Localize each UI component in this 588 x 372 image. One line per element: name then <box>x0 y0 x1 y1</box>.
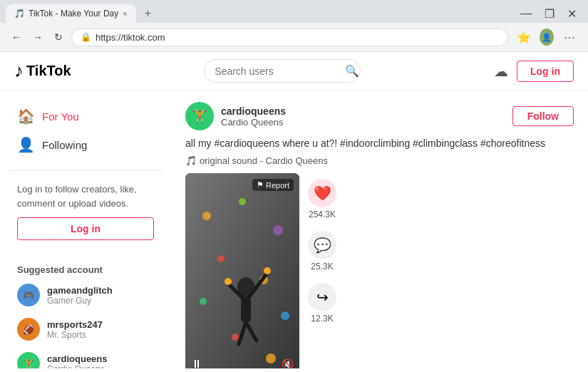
account-username: cardioqueens <box>47 353 154 364</box>
account-info: cardioqueens Cardio Queens <box>47 353 154 369</box>
tab-close-button[interactable]: × <box>123 9 127 18</box>
window-controls: — ❐ ✕ <box>515 6 582 22</box>
svg-point-17 <box>225 278 232 285</box>
tiktok-main: 🏠 For You 👤 Following Log in to follow c… <box>0 91 588 368</box>
suggested-account-item[interactable]: 🎮 gameandglitch Gamer Guy <box>9 278 163 312</box>
account-display-name: Gamer Guy <box>47 296 154 306</box>
follow-button-1[interactable]: Follow <box>512 106 574 126</box>
pause-button-1[interactable]: ⏸ <box>191 358 202 368</box>
back-button[interactable]: ← <box>9 29 24 46</box>
maximize-button[interactable]: ❐ <box>539 6 560 22</box>
account-display-name: Cardio Queens <box>47 364 154 369</box>
tiktok-app: ♪ TikTok 🔍 ☁ Log in 🏠 For You 👤 <box>0 52 588 368</box>
following-icon: 👤 <box>17 136 35 153</box>
profile-button[interactable]: 👤 <box>537 27 557 47</box>
suggested-accounts-title: Suggested account <box>9 262 163 278</box>
account-username: gameandglitch <box>47 285 154 296</box>
report-label: Report <box>266 181 289 190</box>
tab-bar: 🎵 TikTok - Make Your Day × + — ❐ ✕ <box>0 0 588 23</box>
share-button-1[interactable]: ↪ 12.3K <box>308 283 336 324</box>
svg-point-5 <box>217 255 225 262</box>
browser-tab[interactable]: 🎵 TikTok - Make Your Day × <box>6 4 136 23</box>
login-prompt-text: Log in to follow creators, like, comment… <box>17 184 137 209</box>
home-icon: 🏠 <box>17 108 35 125</box>
extensions-button[interactable]: ⭐ <box>514 27 534 47</box>
refresh-button[interactable]: ↻ <box>51 29 66 46</box>
sidebar-item-for-you[interactable]: 🏠 For You <box>9 102 163 130</box>
search-input[interactable] <box>215 66 339 77</box>
account-info: mrsports247 Mr. Sports <box>47 319 154 340</box>
header-login-button[interactable]: Log in <box>517 61 574 82</box>
browser-toolbar: ← → ↻ 🔒 ⭐ 👤 ⋯ <box>0 23 588 51</box>
tab-favicon: 🎵 <box>14 9 24 19</box>
upload-icon[interactable]: ☁ <box>494 63 508 80</box>
post-description-1: all my #cardioqueens where u at?! #indoo… <box>185 136 574 151</box>
post-avatar-1[interactable]: 🏋 <box>185 102 214 130</box>
volume-button-1[interactable]: 🔇 <box>282 358 294 368</box>
report-badge[interactable]: ⚑ Report <box>252 179 294 191</box>
tab-title: TikTok - Make Your Day <box>29 9 118 19</box>
post-left-1: 🏋 cardioqueens Cardio Queens Follow all … <box>185 102 574 368</box>
search-icon: 🔍 <box>345 64 359 78</box>
for-you-label: For You <box>42 110 79 123</box>
suggested-account-item[interactable]: 🏈 mrsports247 Mr. Sports <box>9 312 163 346</box>
logo-icon: ♪ <box>14 60 24 82</box>
share-count-1: 12.3K <box>311 314 333 324</box>
heart-icon-1: ❤️ <box>308 179 336 207</box>
video-thumbnail-1 <box>185 173 299 368</box>
post-user-info-1: cardioqueens Cardio Queens <box>221 105 505 128</box>
forward-button[interactable]: → <box>30 29 46 46</box>
video-actions-1: ❤️ 254.3K 💬 25.3K ↪ 12.3K <box>308 173 336 368</box>
header-actions: ☁ Log in <box>494 61 574 82</box>
comment-icon-1: 💬 <box>308 231 336 259</box>
account-info: gameandglitch Gamer Guy <box>47 285 154 306</box>
search-box[interactable]: 🔍 <box>204 59 361 83</box>
svg-point-18 <box>264 267 271 274</box>
svg-point-9 <box>232 334 239 341</box>
sidebar-login-button[interactable]: Log in <box>17 217 154 240</box>
address-bar[interactable]: 🔒 <box>71 29 508 46</box>
comment-button-1[interactable]: 💬 25.3K <box>308 231 336 272</box>
tiktok-header: ♪ TikTok 🔍 ☁ Log in <box>0 52 588 91</box>
lock-icon: 🔒 <box>81 32 91 42</box>
logo-text: TikTok <box>26 63 71 79</box>
climbing-video-svg <box>185 173 299 368</box>
share-icon-1: ↪ <box>308 283 336 311</box>
account-display-name: Mr. Sports <box>47 330 154 340</box>
video-area-1: ⚑ Report ⏸ 🔇 ❤️ 254.3K <box>185 173 574 368</box>
minimize-button[interactable]: — <box>515 6 537 21</box>
video-container-1[interactable]: ⚑ Report ⏸ 🔇 <box>185 173 299 368</box>
flag-icon: ⚑ <box>257 180 264 190</box>
following-label: Following <box>42 139 87 151</box>
browser-profile-avatar: 👤 <box>540 29 554 46</box>
svg-point-3 <box>239 198 246 205</box>
sound-name-1: original sound - Cardio Queens <box>200 155 328 166</box>
account-avatar: 🏋 <box>17 352 40 368</box>
account-avatar: 🏈 <box>17 318 40 341</box>
menu-button[interactable]: ⋯ <box>559 27 579 47</box>
comment-count-1: 25.3K <box>311 262 333 272</box>
browser-chrome: 🎵 TikTok - Make Your Day × + — ❐ ✕ ← → ↻… <box>0 0 588 52</box>
search-container: 🔍 <box>83 59 483 83</box>
login-prompt: Log in to follow creators, like, comment… <box>9 177 163 253</box>
video-post-1: 🏋 cardioqueens Cardio Queens Follow all … <box>185 102 574 368</box>
suggested-account-item[interactable]: 🏋 cardioqueens Cardio Queens <box>9 346 163 368</box>
svg-point-8 <box>281 311 289 320</box>
svg-point-7 <box>200 298 207 305</box>
svg-point-2 <box>202 212 211 220</box>
sidebar-nav: 🏠 For You 👤 Following <box>9 102 163 159</box>
sidebar-item-following[interactable]: 👤 Following <box>9 130 163 159</box>
post-username-1[interactable]: cardioqueens <box>221 105 505 117</box>
feed: 🏋 cardioqueens Cardio Queens Follow all … <box>171 91 588 368</box>
new-tab-button[interactable]: + <box>139 4 157 23</box>
account-avatar: 🎮 <box>17 284 40 306</box>
like-button-1[interactable]: ❤️ 254.3K <box>308 179 336 219</box>
close-button[interactable]: ✕ <box>562 6 582 22</box>
account-username: mrsports247 <box>47 319 154 330</box>
address-input[interactable] <box>96 32 499 43</box>
suggested-accounts-list: 🎮 gameandglitch Gamer Guy 🏈 mrsports247 … <box>9 278 163 368</box>
post-display-name-1: Cardio Queens <box>221 117 505 128</box>
post-header-1: 🏋 cardioqueens Cardio Queens Follow <box>185 102 574 130</box>
tiktok-logo[interactable]: ♪ TikTok <box>14 60 71 82</box>
music-icon-1: 🎵 <box>185 155 197 166</box>
